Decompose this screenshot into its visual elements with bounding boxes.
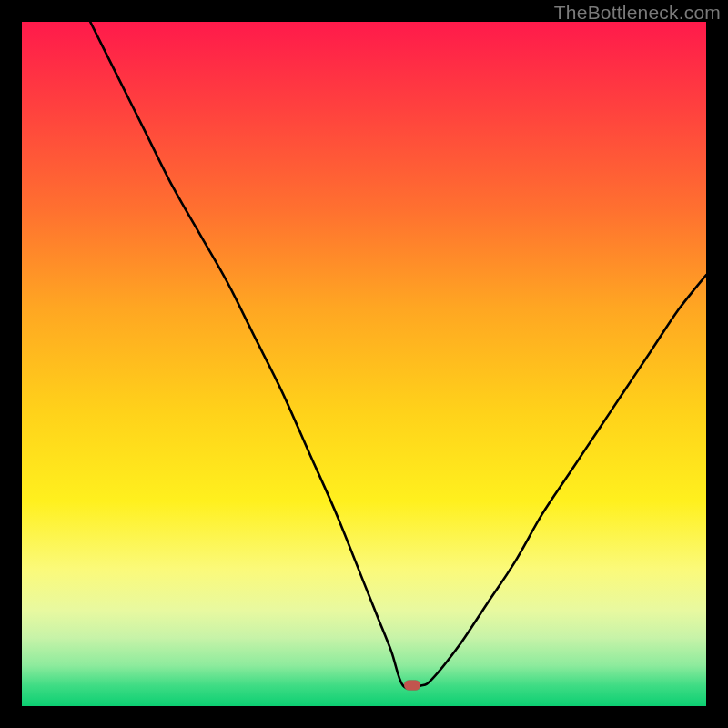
bottleneck-curve <box>22 22 706 706</box>
plot-area <box>22 22 706 706</box>
optimal-point-marker <box>404 681 420 691</box>
chart-frame: TheBottleneck.com <box>0 0 728 728</box>
watermark-text: TheBottleneck.com <box>554 2 721 24</box>
